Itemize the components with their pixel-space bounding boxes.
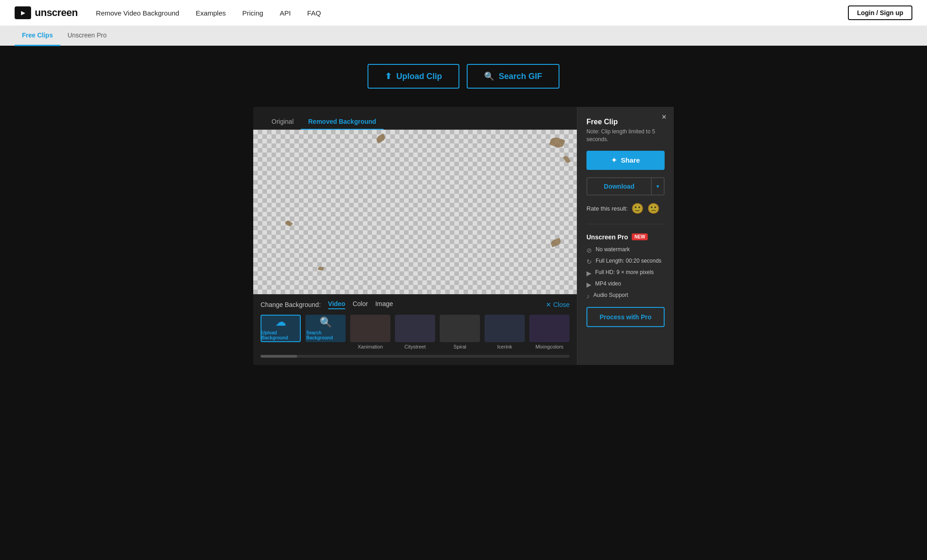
pro-section: Unscreen Pro NEW ⊘ No watermark ↻ Full L… bbox=[586, 233, 665, 327]
bg-option-upload[interactable]: ☁ Upload Background bbox=[261, 315, 301, 349]
logo-icon bbox=[15, 6, 31, 19]
search-bg-label: Search Background bbox=[306, 330, 345, 340]
bg-tab-image[interactable]: Image bbox=[375, 300, 393, 309]
share-button[interactable]: ✦ Share bbox=[586, 151, 665, 170]
nav-faq[interactable]: FAQ bbox=[307, 9, 321, 17]
citystreet-thumb bbox=[395, 315, 435, 342]
bg-option-mixingcolors[interactable]: Mixingcolors bbox=[529, 315, 570, 349]
nav-examples[interactable]: Examples bbox=[196, 9, 226, 17]
mixingcolors-thumb bbox=[529, 315, 570, 342]
mixingcolors-label: Mixingcolors bbox=[535, 344, 563, 349]
bg-scrollbar-thumb[interactable] bbox=[261, 355, 297, 358]
logo[interactable]: unscreen bbox=[15, 6, 78, 19]
bg-option-search[interactable]: 🔍 Search Background bbox=[305, 315, 346, 349]
nav-remove-bg[interactable]: Remove Video Background bbox=[96, 9, 179, 17]
chevron-down-icon: ▾ bbox=[656, 183, 659, 190]
video-tabs: Original Removed Background bbox=[253, 107, 577, 130]
close-x-icon: ✕ bbox=[546, 301, 551, 308]
divider bbox=[586, 224, 665, 224]
upload-bg-label: Upload Background bbox=[261, 330, 300, 340]
main-card: Original Removed Background Change Backg… bbox=[253, 107, 674, 365]
new-badge: NEW bbox=[632, 233, 648, 240]
checkerboard-bg bbox=[253, 130, 577, 294]
xanimation-thumb bbox=[350, 315, 390, 342]
change-bg-bar: Change Background: Video Color Image ✕ C… bbox=[253, 294, 577, 315]
timer-icon: ↻ bbox=[586, 258, 592, 265]
no-watermark-icon: ⊘ bbox=[586, 247, 592, 254]
mp4-icon: ▶ bbox=[586, 281, 591, 288]
video-preview bbox=[253, 130, 577, 294]
bg-option-citystreet[interactable]: Citystreet bbox=[395, 315, 435, 349]
free-clip-note: Note: Clip length limited to 5 seconds. bbox=[586, 128, 665, 143]
nav-links: Remove Video Background Examples Pricing… bbox=[96, 9, 848, 17]
close-bg-button[interactable]: ✕ Close bbox=[546, 301, 570, 308]
download-dropdown-button[interactable]: ▾ bbox=[651, 178, 664, 195]
thumbs-down-emoji[interactable]: 🙁 bbox=[647, 203, 660, 215]
navbar: unscreen Remove Video Background Example… bbox=[0, 0, 927, 26]
bg-options-wrap: ☁ Upload Background 🔍 Search Background bbox=[253, 315, 577, 365]
rate-row: Rate this result: 🙂 🙁 bbox=[586, 203, 665, 215]
search-gif-button[interactable]: 🔍 Search GIF bbox=[467, 64, 559, 89]
icerink-label: Icerink bbox=[497, 344, 512, 349]
pro-feature-hd: ▶ Full HD: 9 × more pixels bbox=[586, 269, 665, 277]
tab-free-clips[interactable]: Free Clips bbox=[15, 26, 60, 46]
upload-bg-icon: ☁ bbox=[276, 317, 286, 328]
search-bg-thumb: 🔍 Search Background bbox=[305, 315, 346, 342]
pro-feature-length: ↻ Full Length: 00:20 seconds bbox=[586, 258, 665, 265]
rate-label: Rate this result: bbox=[586, 205, 628, 212]
bg-option-xanimation[interactable]: Xanimation bbox=[350, 315, 390, 349]
pro-feature-mp4: ▶ MP4 video bbox=[586, 280, 665, 288]
download-wrap: Download ▾ bbox=[586, 177, 665, 195]
upload-clip-button[interactable]: ⬆ Upload Clip bbox=[368, 64, 459, 89]
right-panel: × Free Clip Note: Clip length limited to… bbox=[577, 107, 674, 365]
xanimation-label: Xanimation bbox=[357, 344, 383, 349]
tab-original[interactable]: Original bbox=[264, 114, 301, 130]
hd-icon: ▶ bbox=[586, 269, 591, 277]
pro-feature-watermark: ⊘ No watermark bbox=[586, 246, 665, 254]
spiral-thumb bbox=[440, 315, 480, 342]
free-clip-section: Free Clip Note: Clip length limited to 5… bbox=[586, 116, 665, 143]
thumbs-up-emoji[interactable]: 🙂 bbox=[631, 203, 644, 215]
change-bg-label: Change Background: bbox=[261, 301, 321, 308]
top-buttons: ⬆ Upload Clip 🔍 Search GIF bbox=[368, 64, 559, 89]
upload-bg-thumb: ☁ Upload Background bbox=[261, 315, 301, 342]
citystreet-label: Citystreet bbox=[405, 344, 426, 349]
download-button[interactable]: Download bbox=[587, 178, 651, 195]
nav-api[interactable]: API bbox=[280, 9, 291, 17]
tab-removed-background[interactable]: Removed Background bbox=[301, 114, 384, 130]
main-area: ⬆ Upload Clip 🔍 Search GIF Original Remo… bbox=[0, 46, 927, 392]
close-button[interactable]: × bbox=[661, 112, 666, 122]
icerink-thumb bbox=[485, 315, 525, 342]
bg-tab-color[interactable]: Color bbox=[352, 300, 368, 309]
left-panel: Original Removed Background Change Backg… bbox=[253, 107, 577, 365]
pro-title: Unscreen Pro bbox=[586, 233, 628, 241]
pro-feature-audio: ♪ Audio Support bbox=[586, 292, 665, 300]
share-icon: ✦ bbox=[611, 156, 617, 164]
upload-icon: ⬆ bbox=[385, 71, 392, 81]
search-gif-icon: 🔍 bbox=[484, 71, 494, 81]
search-bg-icon: 🔍 bbox=[320, 317, 332, 328]
nav-pricing[interactable]: Pricing bbox=[242, 9, 263, 17]
bg-scrollbar-track[interactable] bbox=[261, 355, 570, 358]
audio-icon: ♪ bbox=[586, 292, 590, 300]
bg-tab-video[interactable]: Video bbox=[328, 300, 346, 309]
bg-scrollbar-wrap bbox=[261, 355, 570, 358]
bg-option-icerink[interactable]: Icerink bbox=[485, 315, 525, 349]
free-clip-title: Free Clip bbox=[586, 118, 665, 126]
bg-option-spiral[interactable]: Spiral bbox=[440, 315, 480, 349]
process-with-pro-button[interactable]: Process with Pro bbox=[586, 307, 665, 327]
spiral-label: Spiral bbox=[453, 344, 466, 349]
login-button[interactable]: Login / Sign up bbox=[848, 5, 912, 20]
logo-text: unscreen bbox=[35, 7, 78, 19]
tab-unscreen-pro[interactable]: Unscreen Pro bbox=[60, 26, 114, 46]
subnav: Free Clips Unscreen Pro bbox=[0, 26, 927, 46]
bg-options-row: ☁ Upload Background 🔍 Search Background bbox=[261, 315, 570, 351]
pro-header: Unscreen Pro NEW bbox=[586, 233, 665, 241]
